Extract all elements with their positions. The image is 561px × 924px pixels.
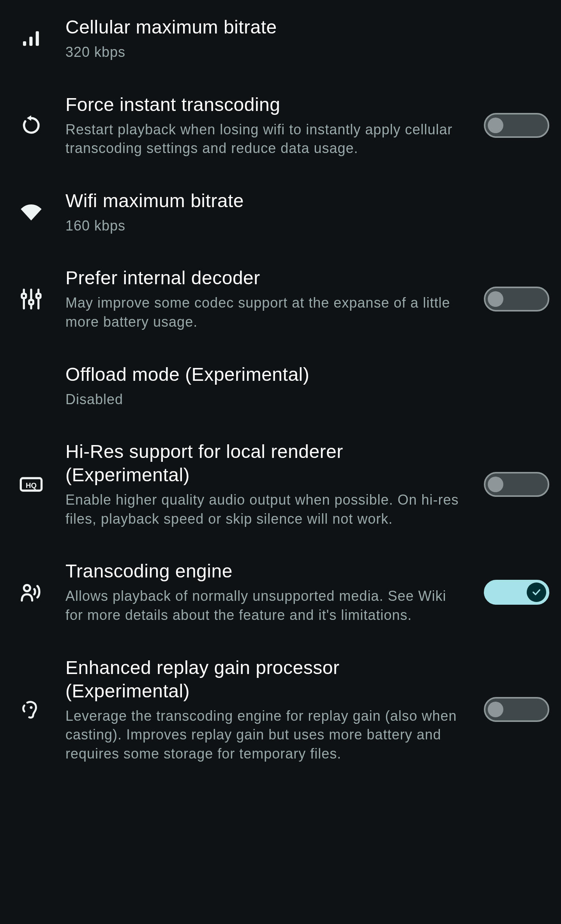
setting-row-force-instant-transcoding[interactable]: Force instant transcoding Restart playba…: [12, 77, 549, 174]
toggle-knob: [488, 118, 503, 133]
setting-subtitle: Leverage the transcoding engine for repl…: [65, 707, 464, 764]
toggle-knob: [488, 291, 503, 307]
reload-icon: [12, 114, 51, 136]
ear-icon: [12, 698, 51, 721]
setting-row-wifi-max-bitrate[interactable]: Wifi maximum bitrate 160 kbps: [12, 174, 549, 251]
svg-text:HQ: HQ: [26, 481, 37, 489]
toggle-knob: [527, 583, 546, 602]
setting-subtitle: Allows playback of normally unsupported …: [65, 587, 464, 625]
svg-rect-8: [36, 294, 41, 298]
setting-subtitle: 320 kbps: [65, 43, 464, 62]
setting-row-hires-support[interactable]: HQ Hi-Res support for local renderer (Ex…: [12, 424, 549, 544]
svg-rect-1: [29, 37, 32, 46]
svg-rect-0: [23, 41, 26, 46]
svg-rect-6: [22, 294, 26, 298]
setting-row-prefer-internal-decoder[interactable]: Prefer internal decoder May improve some…: [12, 251, 549, 347]
setting-subtitle: Restart playback when losing wifi to ins…: [65, 120, 464, 158]
settings-list: Cellular maximum bitrate 320 kbps Force …: [0, 0, 561, 779]
setting-title: Transcoding engine: [65, 560, 464, 583]
setting-row-transcoding-engine[interactable]: Transcoding engine Allows playback of no…: [12, 544, 549, 640]
toggle-transcoding-engine[interactable]: [484, 580, 549, 605]
wifi-icon: [12, 200, 51, 225]
signal-bars-icon: [12, 28, 51, 49]
svg-point-11: [24, 585, 30, 591]
setting-title: Cellular maximum bitrate: [65, 16, 464, 39]
setting-title: Wifi maximum bitrate: [65, 189, 464, 213]
setting-title: Prefer internal decoder: [65, 266, 464, 290]
setting-row-offload-mode[interactable]: Offload mode (Experimental) Disabled: [12, 347, 549, 425]
setting-row-cellular-max-bitrate[interactable]: Cellular maximum bitrate 320 kbps: [12, 0, 549, 77]
setting-subtitle: 160 kbps: [65, 216, 464, 236]
toggle-force-instant-transcoding[interactable]: [484, 113, 549, 138]
setting-title: Offload mode (Experimental): [65, 363, 464, 386]
toggle-hires-support[interactable]: [484, 472, 549, 497]
toggle-knob: [488, 702, 503, 717]
voice-icon: [12, 580, 51, 605]
svg-rect-7: [29, 300, 34, 304]
toggle-knob: [488, 477, 503, 492]
svg-rect-2: [36, 32, 39, 46]
setting-row-enhanced-replay-gain[interactable]: Enhanced replay gain processor (Experime…: [12, 641, 549, 779]
setting-title: Force instant transcoding: [65, 93, 464, 116]
hq-icon: HQ: [12, 472, 51, 497]
setting-subtitle: May improve some codec support at the ex…: [65, 294, 464, 331]
toggle-prefer-internal-decoder[interactable]: [484, 287, 549, 312]
setting-subtitle: Enable higher quality audio output when …: [65, 491, 464, 528]
toggle-enhanced-replay-gain[interactable]: [484, 697, 549, 722]
svg-point-12: [30, 706, 33, 709]
setting-title: Hi-Res support for local renderer (Exper…: [65, 440, 464, 487]
setting-title: Enhanced replay gain processor (Experime…: [65, 656, 464, 703]
setting-subtitle: Disabled: [65, 390, 464, 409]
sliders-icon: [12, 287, 51, 312]
